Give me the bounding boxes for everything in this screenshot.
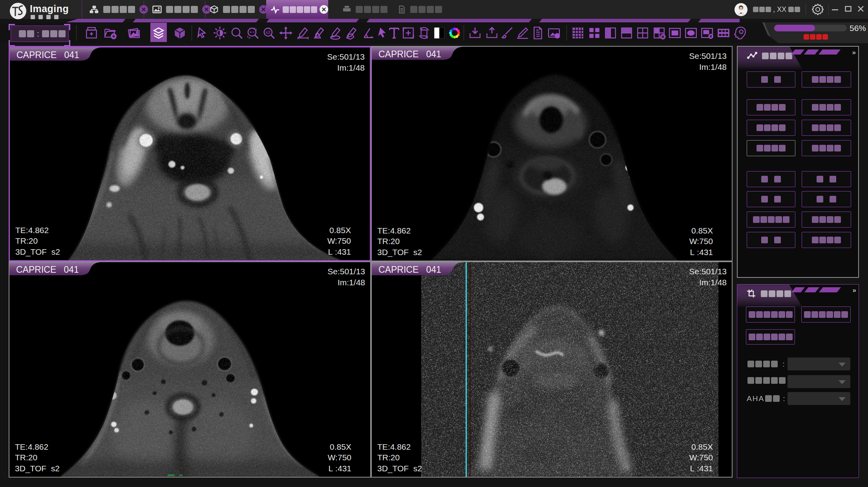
svg-text:x2: x2 <box>266 29 270 35</box>
